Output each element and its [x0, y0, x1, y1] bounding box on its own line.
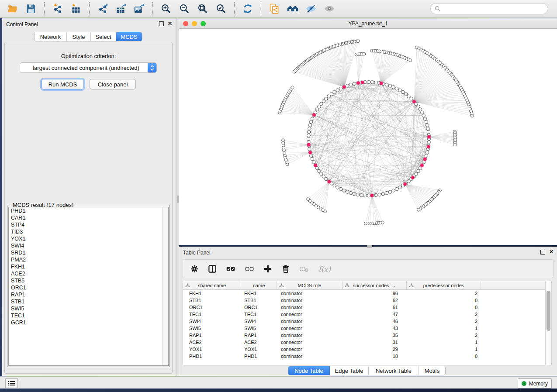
import-table-icon[interactable] — [69, 2, 83, 16]
network-canvas[interactable] — [179, 29, 557, 245]
tab-mcds[interactable]: MCDS — [116, 32, 142, 41]
vertical-splitter[interactable] — [176, 18, 179, 376]
zoom-fit-icon[interactable] — [196, 2, 210, 16]
save-session-icon[interactable] — [24, 2, 38, 16]
tab-style[interactable]: Style — [67, 32, 91, 41]
optimization-criterion-label: Optimization criterion: — [5, 53, 172, 59]
zoom-in-icon[interactable] — [159, 2, 173, 16]
list-item[interactable]: TEC1 — [9, 312, 168, 319]
table-row[interactable]: SWI5SWI5connector431 — [183, 325, 548, 332]
new-network-from-selection-icon[interactable] — [267, 2, 281, 16]
cell-name: FKH1 — [241, 290, 277, 297]
list-item[interactable]: RAP1 — [9, 291, 168, 298]
delete-rows-icon[interactable] — [281, 264, 291, 274]
list-item[interactable]: PHD1 — [9, 207, 168, 214]
search-field[interactable] — [443, 5, 548, 12]
scrollbar-thumb[interactable] — [547, 291, 550, 331]
cell-successor_nodes: 31 — [343, 339, 407, 346]
memory-button[interactable]: Memory — [518, 378, 552, 389]
tab-node-table[interactable]: Node Table — [288, 366, 330, 375]
list-item[interactable]: YOX1 — [9, 235, 168, 242]
list-item[interactable]: STB1 — [9, 298, 168, 305]
close-panel-button[interactable]: Close panel — [90, 79, 136, 89]
cell-name: PHD1 — [241, 353, 277, 360]
table-row[interactable]: STB1STB1dominator620 — [183, 297, 548, 304]
gear-icon[interactable] — [190, 264, 199, 274]
table-row[interactable]: ACE2ACE2connector311 — [183, 339, 548, 346]
control-panel-tabbar: NetworkStyleSelectMCDS — [34, 32, 142, 41]
import-network-icon[interactable] — [51, 2, 65, 16]
cell-name: SWI5 — [241, 325, 277, 332]
list-item[interactable]: FKH1 — [9, 263, 168, 270]
show-panels-menu-button[interactable] — [5, 378, 18, 388]
column-header-MCDS-role[interactable]: MCDS role — [277, 281, 343, 289]
list-item[interactable]: GCR1 — [9, 319, 168, 326]
zoom-out-icon[interactable] — [177, 2, 191, 16]
search-input[interactable] — [430, 3, 548, 14]
table-row[interactable]: ORC1ORC1dominator610 — [183, 304, 548, 311]
list-item[interactable]: TID3 — [9, 228, 168, 235]
column-header-name[interactable]: name — [241, 281, 277, 289]
sort-descending-icon: ⌄ — [393, 283, 396, 288]
cell-mcds_role: connector — [277, 325, 343, 332]
open-file-icon[interactable] — [6, 2, 20, 16]
show-columns-icon[interactable] — [208, 264, 217, 274]
optimization-criterion-dropdown[interactable]: largest connected component (undirected) — [20, 62, 157, 73]
export-network-icon[interactable] — [96, 2, 110, 16]
list-item[interactable]: STB5 — [9, 277, 168, 284]
table-row[interactable]: SWI4SWI4dominator462 — [183, 318, 548, 325]
tab-network-table[interactable]: Network Table — [369, 366, 419, 375]
list-item[interactable]: ORC1 — [9, 284, 168, 291]
float-panel-icon[interactable] — [159, 21, 164, 26]
column-header-successor-nodes[interactable]: successor nodes⌄ — [343, 281, 407, 289]
list-item[interactable]: CAR1 — [9, 214, 168, 221]
run-mcds-button[interactable]: Run MCDS — [42, 79, 84, 89]
function-builder-icon: f(x) — [318, 264, 332, 274]
cell-name: ORC1 — [241, 304, 277, 311]
tab-select[interactable]: Select — [91, 32, 116, 41]
zoom-selected-icon[interactable] — [214, 2, 228, 16]
list-item[interactable]: ACE2 — [9, 270, 168, 277]
list-item[interactable]: SWI5 — [9, 305, 168, 312]
tab-edge-table[interactable]: Edge Table — [330, 366, 369, 375]
column-header-predecessor-nodes[interactable]: predecessor nodes — [407, 281, 481, 289]
cell-shared_name: STB1 — [183, 297, 241, 304]
add-column-icon[interactable] — [263, 264, 273, 274]
show-all-icon[interactable] — [322, 2, 336, 16]
close-panel-icon[interactable]: ✕ — [549, 250, 554, 254]
node-table: shared namenameMCDS rolesuccessor nodes⌄… — [183, 281, 549, 365]
table-row[interactable]: RAP1RAP1dominator352 — [183, 332, 548, 339]
deselect-all-rows-icon[interactable] — [244, 264, 255, 274]
table-row[interactable]: PHD1PHD1dominator180 — [183, 353, 548, 360]
list-item[interactable]: SRD1 — [9, 249, 168, 256]
cell-shared_name: YOX1 — [183, 346, 241, 353]
first-neighbors-icon[interactable] — [286, 2, 300, 16]
table-scrollbar[interactable] — [545, 281, 552, 365]
hide-selected-icon[interactable] — [304, 2, 318, 16]
cell-shared_name: RAP1 — [183, 332, 241, 339]
apply-layout-icon[interactable] — [241, 2, 255, 16]
tab-network[interactable]: Network — [35, 32, 67, 41]
column-header-shared-name[interactable]: shared name — [183, 281, 241, 289]
main-toolbar — [0, 0, 557, 18]
float-panel-icon[interactable] — [540, 250, 545, 254]
list-item[interactable]: PMA2 — [9, 256, 168, 263]
tab-motifs[interactable]: Motifs — [419, 366, 445, 375]
export-image-icon[interactable] — [132, 2, 146, 16]
cell-shared_name: SWI4 — [183, 318, 241, 325]
delete-column-icon — [299, 264, 309, 274]
list-item[interactable]: SWI4 — [9, 242, 168, 249]
table-row[interactable]: TEC1TEC1connector472 — [183, 311, 548, 318]
cell-shared_name: TEC1 — [183, 311, 241, 318]
mcds-list-scrollbar[interactable] — [162, 207, 168, 365]
cell-mcds_role: dominator — [277, 304, 343, 311]
list-item[interactable]: STP4 — [9, 221, 168, 228]
close-panel-icon[interactable]: ✕ — [168, 22, 172, 26]
export-table-icon[interactable] — [114, 2, 128, 16]
table-row[interactable]: FKH1FKH1dominator962 — [183, 290, 548, 297]
select-all-rows-icon[interactable] — [225, 264, 236, 274]
network-view-titlebar[interactable]: YPA_prune.txt_1 — [179, 18, 557, 29]
mcds-result-list[interactable]: PHD1CAR1STP4TID3YOX1SWI4SRD1PMA2FKH1ACE2… — [8, 207, 169, 366]
table-row[interactable]: YOX1YOX1connector291 — [183, 346, 548, 353]
cell-mcds_role: dominator — [277, 290, 343, 297]
